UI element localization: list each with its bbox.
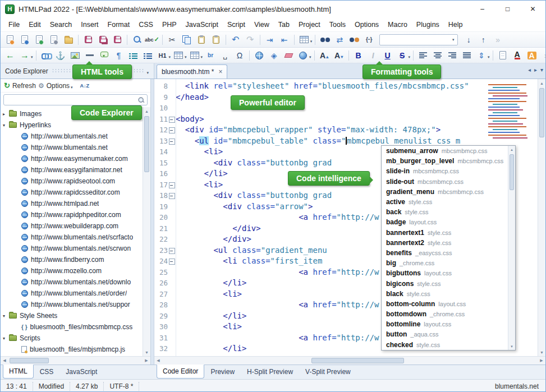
print-icon[interactable] — [47, 34, 61, 46]
align-left-icon[interactable] — [416, 49, 430, 62]
autocomplete-item[interactable]: active style.css — [382, 197, 508, 207]
tree-expander-icon[interactable]: ▸ — [3, 112, 9, 117]
fold-toggle-icon[interactable] — [168, 92, 176, 103]
css-style-icon[interactable] — [296, 49, 310, 62]
menu-item[interactable]: View — [250, 19, 274, 31]
menu-item[interactable]: Search — [45, 19, 77, 31]
autocomplete-item[interactable]: bottomdown _chrome.css — [382, 309, 508, 319]
insert-table-icon[interactable] — [297, 34, 311, 46]
tree-item[interactable]: ▾ Scripts — [1, 333, 150, 344]
menu-item[interactable]: Help — [444, 19, 467, 31]
fold-toggle-icon[interactable] — [168, 103, 176, 114]
fold-toggle-icon[interactable] — [168, 146, 176, 158]
toolbar-overflow-icon[interactable]: » — [491, 34, 504, 46]
tree-item[interactable]: http://www.webuilderapp.com — [1, 220, 150, 232]
explorer-search-input[interactable] — [6, 95, 137, 104]
scroll-down-icon[interactable]: ▼ — [508, 343, 515, 350]
refresh-icon[interactable]: ↻ — [4, 81, 10, 90]
autocomplete-item[interactable]: bottom-column layout.css — [382, 299, 508, 309]
scrollbar-thumb[interactable] — [311, 358, 404, 363]
gear-icon[interactable]: ⚙ — [38, 82, 44, 90]
fold-toggle-icon[interactable] — [168, 190, 176, 201]
scroll-left-icon[interactable]: ◀ — [1, 358, 8, 363]
autocomplete-item[interactable]: bigicons style.css — [382, 278, 508, 288]
browser-preview-icon[interactable] — [253, 49, 266, 62]
autocomplete-item[interactable]: badge layout.css — [382, 217, 508, 227]
scroll-up-icon[interactable]: ▲ — [143, 107, 150, 115]
tree-item[interactable]: http://www.blumentals.net/downlo — [1, 276, 150, 288]
code-line[interactable]: 8 <link rel="stylesheet" href="bluesmoot… — [154, 81, 538, 92]
menu-item[interactable]: Edit — [24, 19, 45, 31]
tree-item[interactable]: bluesmooth_files/mbjsmbmcp.js — [1, 344, 150, 355]
align-right-icon[interactable] — [446, 49, 459, 62]
tree-item[interactable]: http://www.blumentals.net — [1, 142, 150, 153]
fold-toggle-icon[interactable] — [168, 343, 176, 354]
tree-item[interactable]: ▾ Style Sheets — [1, 310, 150, 321]
fold-toggle-icon[interactable] — [168, 168, 176, 179]
tab-scroll-left-icon[interactable]: ◂ — [528, 67, 531, 73]
font-increase-icon[interactable]: A▴ — [318, 49, 331, 62]
indent-icon[interactable]: ⇥ — [263, 34, 277, 46]
code-line[interactable]: 12 <div id="mbmcpebul_wrapper" style="ma… — [154, 124, 538, 136]
document-tab[interactable]: bluesmooth.htm * × — [157, 64, 227, 79]
save-document-icon[interactable] — [81, 34, 95, 46]
editor-view-tab[interactable]: H-Split Preview — [241, 365, 299, 379]
line-spacing-icon[interactable]: ⇕ — [475, 49, 488, 62]
tree-item[interactable]: { } bluesmooth_files/mbcsmbmcp.css — [1, 321, 150, 333]
fold-toggle-icon[interactable] — [168, 201, 176, 213]
fold-toggle-icon[interactable] — [168, 311, 176, 322]
align-center-icon[interactable] — [431, 49, 444, 62]
outdent-icon[interactable]: ⇤ — [278, 34, 291, 46]
tree-expander-icon[interactable]: ▾ — [3, 313, 9, 319]
autocomplete-item[interactable]: bannertext2 style.css — [382, 238, 508, 248]
autocomplete-item[interactable]: gradient_menu mbcsmbmcp.css — [382, 187, 508, 197]
menu-item[interactable]: Project — [294, 19, 325, 31]
code-minimap[interactable] — [487, 81, 534, 133]
fold-toggle-icon[interactable] — [168, 256, 176, 267]
fold-toggle-icon[interactable] — [168, 124, 176, 136]
heading-h1-icon[interactable]: H1 — [156, 49, 169, 62]
file-type-tab[interactable]: JavaScript — [59, 365, 103, 379]
tree-item[interactable]: http://www.findberry.com — [1, 254, 150, 265]
fold-toggle-icon[interactable] — [168, 333, 176, 344]
spell-check-icon[interactable]: abc✓ — [145, 34, 159, 46]
new-document-icon[interactable] — [3, 34, 17, 46]
scrollbar-thumb[interactable] — [539, 88, 544, 137]
tab-list-caret-icon[interactable]: ▾ — [540, 67, 543, 73]
close-button[interactable]: ✕ — [520, 1, 545, 17]
sort-icon[interactable]: A↓Z — [80, 83, 90, 89]
paste-html-icon[interactable] — [209, 34, 223, 46]
menu-item[interactable]: Tools — [325, 19, 350, 31]
scroll-left-icon[interactable]: ◀ — [154, 358, 162, 363]
scrollbar-thumb[interactable] — [144, 116, 149, 172]
save-all-icon[interactable] — [96, 34, 109, 46]
tree-item[interactable]: http://www.blumentals.net — [1, 131, 150, 142]
insert-image-icon[interactable] — [68, 49, 82, 62]
comment-icon[interactable] — [98, 49, 111, 62]
search-icon[interactable] — [138, 96, 145, 103]
font-color-icon[interactable]: A — [511, 49, 524, 62]
autocomplete-item[interactable]: button _aqua.css — [382, 329, 508, 339]
editor-view-tab[interactable]: V-Split Preview — [299, 365, 357, 379]
options-button[interactable]: Options — [47, 82, 70, 90]
tree-item[interactable]: http://www.blumentals.net/scrwon — [1, 243, 150, 254]
fold-toggle-icon[interactable] — [168, 234, 176, 245]
cut-icon[interactable]: ✂ — [166, 34, 179, 46]
tree-item[interactable]: ▾ Hyperlinks — [1, 119, 150, 131]
maximize-button[interactable]: □ — [495, 1, 520, 17]
autocomplete-item[interactable]: black style.css — [382, 289, 508, 299]
minimize-button[interactable]: – — [470, 1, 495, 17]
toolbar-overflow-icon[interactable]: » — [540, 49, 546, 62]
find-icon[interactable] — [318, 34, 332, 46]
panel-menu-caret-icon[interactable]: ▾ — [146, 71, 149, 75]
tree-item[interactable]: http://www.mozello.com — [1, 265, 150, 276]
editor-vertical-scrollbar[interactable]: ▲ ▼ — [538, 79, 545, 356]
scroll-up-icon[interactable]: ▲ — [538, 79, 545, 87]
tree-expander-icon[interactable]: ▾ — [3, 123, 9, 128]
hyperlink-tool-icon[interactable] — [39, 49, 53, 62]
open-document-icon[interactable] — [62, 34, 75, 46]
scroll-down-icon[interactable]: ▼ — [143, 348, 150, 356]
tree-item[interactable]: http://www.easymenumaker.com — [1, 153, 150, 164]
tree-item[interactable]: http://www.rapidphpeditor.com — [1, 209, 150, 220]
tab-scroll-right-icon[interactable]: ▸ — [534, 67, 537, 73]
